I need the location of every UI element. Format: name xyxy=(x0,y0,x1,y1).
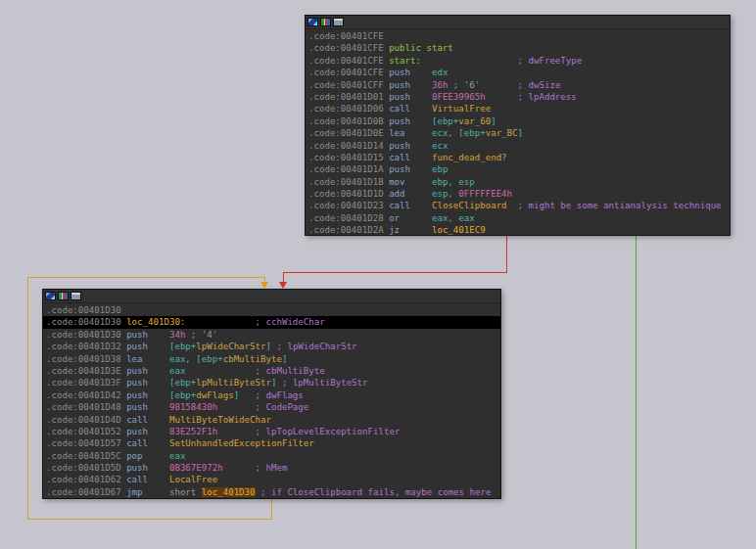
reg-token: [ebp+ xyxy=(169,342,196,351)
fname-token: SetUnhandledExceptionFilter xyxy=(169,438,314,448)
gray-token: ; '6' xyxy=(448,80,480,90)
fname-token: VirtualFree xyxy=(432,104,491,114)
code-line[interactable]: .code:00401D1A push ebp xyxy=(306,163,730,175)
code-line[interactable]: .code:00401D4D call MultiByteToWideChar xyxy=(43,414,500,426)
graph-view-icon[interactable] xyxy=(307,18,318,26)
code-line[interactable]: .code:00401D30 xyxy=(43,304,500,316)
code-line[interactable]: .code:00401D48 push 98158430h ; CodePage xyxy=(43,401,500,413)
addr-token: .code:00401CFE xyxy=(308,56,389,66)
edge-loop-back-segment xyxy=(27,277,28,520)
addr-token: .code:00401D14 xyxy=(308,141,389,151)
addr-token: .code:00401D15 xyxy=(308,153,389,162)
reg-token: ebp, esp xyxy=(432,177,475,187)
code-line[interactable]: .code:00401D2A jz loc_401EC9 xyxy=(306,224,730,236)
code-line[interactable]: .code:00401D01 push 0FEE39965h ; lpAddre… xyxy=(306,91,730,103)
edge-loop-back-segment xyxy=(27,277,265,278)
mnem-token: jmp xyxy=(126,487,169,497)
mnem-token: call xyxy=(126,438,169,448)
cmt-token: ; lpTopLevelExceptionFilter xyxy=(217,427,400,436)
reg-token: eax, eax xyxy=(432,213,475,223)
var-token: dwFlags xyxy=(196,390,233,400)
num-token: 83E252F1h xyxy=(169,427,217,436)
cmt-token: ; dwFlags xyxy=(239,390,304,400)
addr-token: .code:00401D01 xyxy=(308,92,389,102)
mnem-token: or xyxy=(389,213,432,223)
code-line[interactable]: .code:00401D15 call func_dead_end? xyxy=(306,152,730,163)
cmt-token: ; hMem xyxy=(223,463,288,473)
code-line[interactable]: .code:00401CFE xyxy=(306,30,730,42)
code-line[interactable]: .code:00401CFE push edx xyxy=(306,67,730,78)
addr-token: .code:00401D1A xyxy=(308,164,389,174)
num-token: 34h xyxy=(169,330,185,340)
text-view-icon[interactable] xyxy=(333,18,344,26)
code-line[interactable]: .code:00401D30 loc_401D30: ; cchWideChar xyxy=(43,316,500,328)
code-line[interactable]: .code:00401D06 call VirtualFree xyxy=(306,103,730,114)
code-line[interactable]: .code:00401D57 call SetUnhandledExceptio… xyxy=(43,437,500,449)
reg-token: esp, xyxy=(432,189,458,199)
edge-loop-back-segment xyxy=(271,499,272,520)
addr-token: .code:00401D0E xyxy=(308,128,389,138)
node-start[interactable]: .code:00401CFE.code:00401CFE public star… xyxy=(305,15,731,236)
graph-canvas[interactable]: .code:00401CFE.code:00401CFE public star… xyxy=(0,0,756,549)
mnem-token: push xyxy=(126,378,169,388)
node-title-bar[interactable] xyxy=(306,16,730,29)
reg-token: ] xyxy=(282,354,287,364)
code-line[interactable]: .code:00401D14 push ecx xyxy=(306,140,730,152)
code-line[interactable]: .code:00401CFF push 36h ; '6' ; dwSize xyxy=(306,79,730,91)
code-line[interactable]: .code:00401D1D add esp, 0FFFFFEE4h xyxy=(306,188,730,200)
label-token: loc_401D30: xyxy=(126,317,185,327)
code-line[interactable]: .code:00401CFE start: ; dwFreeType xyxy=(306,55,730,67)
mnem-token: push xyxy=(389,68,432,77)
code-line[interactable]: .code:00401D5D push 0B367E972h ; hMem xyxy=(43,462,500,474)
code-line[interactable]: .code:00401D3E push eax ; cbMultiByte xyxy=(43,365,500,377)
mnem-token: jz xyxy=(389,225,432,235)
code-line[interactable]: .code:00401D0E lea ecx, [ebp+var_BC] xyxy=(306,127,730,139)
mnem-token: push xyxy=(126,463,169,473)
cmt-token: ; lpAddress xyxy=(486,92,577,102)
code-line[interactable]: .code:00401D5C pop eax xyxy=(43,450,500,462)
code-line[interactable]: .code:00401D38 lea eax, [ebp+cbMultiByte… xyxy=(43,353,500,365)
disassembly-listing: .code:00401CFE.code:00401CFE public star… xyxy=(306,29,730,237)
cmt-token: ; cchWideChar xyxy=(185,317,324,327)
code-line[interactable]: .code:00401D30 push 34h ; '4' xyxy=(43,329,500,341)
addr-token: .code:00401D30 xyxy=(46,330,126,340)
code-line[interactable]: .code:00401D1B mov ebp, esp xyxy=(306,176,730,188)
addr-token: .code:00401D38 xyxy=(46,354,126,364)
cmt-token: ; if CloseClipboard fails, maybe comes h… xyxy=(256,487,492,497)
node-loc-401D30[interactable]: .code:00401D30.code:00401D30 loc_401D30:… xyxy=(42,289,501,499)
mnem-token: mov xyxy=(389,177,432,187)
num-token: 0FFFFFEE4h xyxy=(458,189,512,199)
cmt-token: ; might be some antianalysis technique xyxy=(507,201,722,210)
code-line[interactable]: .code:00401D42 push [ebp+dwFlags] ; dwFl… xyxy=(43,389,500,401)
edge-false-branch-arrowhead xyxy=(279,282,287,289)
var-token: lpMultiByteStr xyxy=(196,378,271,388)
chart-icon[interactable] xyxy=(320,18,331,26)
addr-token: .code:00401D5D xyxy=(46,463,126,473)
code-line[interactable]: .code:00401CFE public start xyxy=(306,42,730,54)
code-line[interactable]: .code:00401D3F push [ebp+lpMultiByteStr]… xyxy=(43,377,500,389)
mnem-token: call xyxy=(126,475,169,484)
fname-token: MultiByteToWideChar xyxy=(169,415,271,425)
addr-token: .code:00401D2A xyxy=(308,225,389,235)
mnem-token: push xyxy=(126,390,169,400)
chart-icon[interactable] xyxy=(58,292,69,300)
reg-token: ecx xyxy=(432,141,448,151)
text-view-icon[interactable] xyxy=(71,292,81,300)
code-line[interactable]: .code:00401D23 call CloseClipboard ; mig… xyxy=(306,200,730,211)
reg-token: eax, [ebp+ xyxy=(169,354,223,364)
code-line[interactable]: .code:00401D0B push [ebp+var_60] xyxy=(306,115,730,127)
node-title-bar[interactable] xyxy=(43,290,500,303)
code-line[interactable]: .code:00401D67 jmp short loc_401D30 ; if… xyxy=(43,486,500,498)
addr-token: .code:00401D5C xyxy=(46,451,126,461)
graph-view-icon[interactable] xyxy=(45,292,56,300)
addr-token: .code:00401CFE xyxy=(308,31,384,41)
mnem-token: add xyxy=(389,189,432,199)
addr-token: .code:00401CFF xyxy=(308,80,389,90)
code-line[interactable]: .code:00401D32 push [ebp+lpWideCharStr] … xyxy=(43,341,500,352)
addr-token: .code:00401D62 xyxy=(46,475,126,484)
code-line[interactable]: .code:00401D28 or eax, eax xyxy=(306,212,730,224)
addr-token: .code:00401D23 xyxy=(308,201,389,210)
code-line[interactable]: .code:00401D62 call LocalFree xyxy=(43,474,500,485)
code-line[interactable]: .code:00401D52 push 83E252F1h ; lpTopLev… xyxy=(43,426,500,437)
addr-token: .code:00401CFE xyxy=(308,68,389,77)
